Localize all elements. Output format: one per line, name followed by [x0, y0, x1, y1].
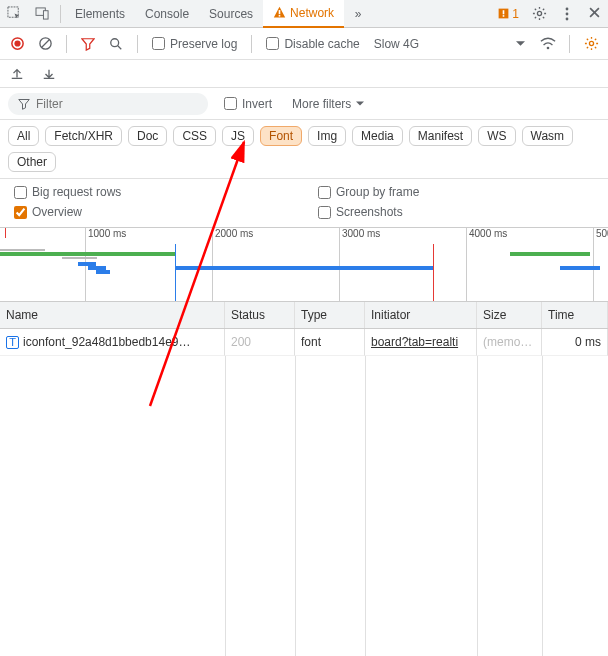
io-row — [0, 60, 608, 88]
filter-input[interactable] — [36, 97, 198, 111]
close-icon[interactable] — [581, 7, 608, 21]
chip-all[interactable]: All — [8, 126, 39, 146]
chip-ws[interactable]: WS — [478, 126, 515, 146]
chip-img[interactable]: Img — [308, 126, 346, 146]
clear-icon[interactable] — [34, 33, 56, 55]
svg-point-8 — [537, 11, 541, 15]
svg-rect-4 — [279, 15, 281, 17]
funnel-icon — [18, 98, 30, 110]
invert-checkbox[interactable]: Invert — [220, 97, 276, 111]
screenshots-checkbox[interactable]: Screenshots — [314, 205, 598, 219]
preserve-log-checkbox[interactable]: Preserve log — [148, 37, 241, 51]
export-icon[interactable] — [6, 63, 28, 85]
table-header: Name Status Type Initiator Size Time — [0, 302, 608, 329]
cell-type: font — [295, 329, 365, 356]
cell-time: 0 ms — [542, 329, 608, 356]
svg-point-11 — [566, 17, 569, 20]
svg-line-15 — [41, 40, 49, 48]
tab-sources[interactable]: Sources — [199, 0, 263, 28]
kebab-icon[interactable] — [553, 0, 581, 28]
tab-console[interactable]: Console — [135, 0, 199, 28]
filter-bar: Invert More filters — [0, 88, 608, 120]
inspect-icon[interactable] — [0, 0, 28, 28]
tab-elements[interactable]: Elements — [65, 0, 135, 28]
svg-point-18 — [547, 46, 550, 49]
separator — [60, 5, 61, 23]
svg-rect-3 — [279, 10, 281, 14]
ruler-5000: 500 — [596, 228, 608, 239]
disable-cache-checkbox[interactable]: Disable cache — [262, 37, 363, 51]
overview-timeline[interactable]: 1000 ms 2000 ms 3000 ms 4000 ms 500 — [0, 228, 608, 302]
panel-settings-icon[interactable] — [580, 33, 602, 55]
devtools-tabbar: Elements Console Sources Network » 1 — [0, 0, 608, 28]
overview-checkbox[interactable]: Overview — [10, 205, 294, 219]
network-conditions-icon[interactable] — [537, 33, 559, 55]
svg-rect-7 — [503, 15, 505, 17]
chip-other[interactable]: Other — [8, 152, 56, 172]
svg-point-10 — [566, 12, 569, 15]
import-icon[interactable] — [38, 63, 60, 85]
svg-point-16 — [111, 38, 119, 46]
throttle-caret-icon[interactable] — [509, 33, 531, 55]
warning-icon — [273, 6, 286, 19]
cell-size: (memo… — [477, 329, 542, 356]
cell-initiator[interactable]: board?tab=realti — [365, 329, 477, 356]
chip-css[interactable]: CSS — [173, 126, 216, 146]
svg-point-13 — [14, 40, 20, 46]
col-name[interactable]: Name — [0, 302, 225, 328]
col-type[interactable]: Type — [295, 302, 365, 328]
col-time[interactable]: Time — [542, 302, 608, 328]
type-filter-chips: All Fetch/XHR Doc CSS JS Font Img Media … — [0, 120, 608, 179]
issues-badge[interactable]: 1 — [491, 7, 525, 21]
svg-point-19 — [589, 41, 593, 45]
svg-point-9 — [566, 7, 569, 10]
chip-doc[interactable]: Doc — [128, 126, 167, 146]
ruler-2000: 2000 ms — [215, 228, 253, 239]
chip-manifest[interactable]: Manifest — [409, 126, 472, 146]
throttle-select[interactable]: Slow 4G — [370, 37, 423, 51]
chip-wasm[interactable]: Wasm — [522, 126, 574, 146]
cell-status: 200 — [225, 329, 295, 356]
ruler-4000: 4000 ms — [469, 228, 507, 239]
svg-rect-6 — [503, 10, 505, 14]
svg-line-17 — [118, 45, 122, 49]
cell-name: T iconfont_92a48d1bbedb14e9… — [0, 329, 225, 356]
chip-media[interactable]: Media — [352, 126, 403, 146]
big-rows-checkbox[interactable]: Big request rows — [10, 185, 294, 199]
font-file-icon: T — [6, 336, 19, 349]
device-toggle-icon[interactable] — [28, 0, 56, 28]
col-status[interactable]: Status — [225, 302, 295, 328]
chip-js[interactable]: JS — [222, 126, 254, 146]
record-icon[interactable] — [6, 33, 28, 55]
svg-rect-2 — [43, 11, 48, 19]
tabs-overflow-icon[interactable]: » — [344, 0, 372, 28]
options-grid: Big request rows Group by frame Overview… — [0, 179, 608, 228]
col-initiator[interactable]: Initiator — [365, 302, 477, 328]
tab-network[interactable]: Network — [263, 0, 344, 28]
requests-table: Name Status Type Initiator Size Time T i… — [0, 302, 608, 656]
group-frame-checkbox[interactable]: Group by frame — [314, 185, 598, 199]
col-size[interactable]: Size — [477, 302, 542, 328]
filter-toggle-icon[interactable] — [77, 33, 99, 55]
chip-fetchxhr[interactable]: Fetch/XHR — [45, 126, 122, 146]
issue-icon — [497, 7, 510, 20]
more-filters[interactable]: More filters — [288, 97, 368, 111]
ruler-3000: 3000 ms — [342, 228, 380, 239]
settings-icon[interactable] — [525, 0, 553, 28]
table-row[interactable]: T iconfont_92a48d1bbedb14e9… 200 font bo… — [0, 329, 608, 356]
filter-input-pill[interactable] — [8, 93, 208, 115]
search-icon[interactable] — [105, 33, 127, 55]
network-toolbar: Preserve log Disable cache Slow 4G — [0, 28, 608, 60]
caret-down-icon — [356, 101, 364, 107]
ruler-1000: 1000 ms — [88, 228, 126, 239]
chip-font[interactable]: Font — [260, 126, 302, 146]
